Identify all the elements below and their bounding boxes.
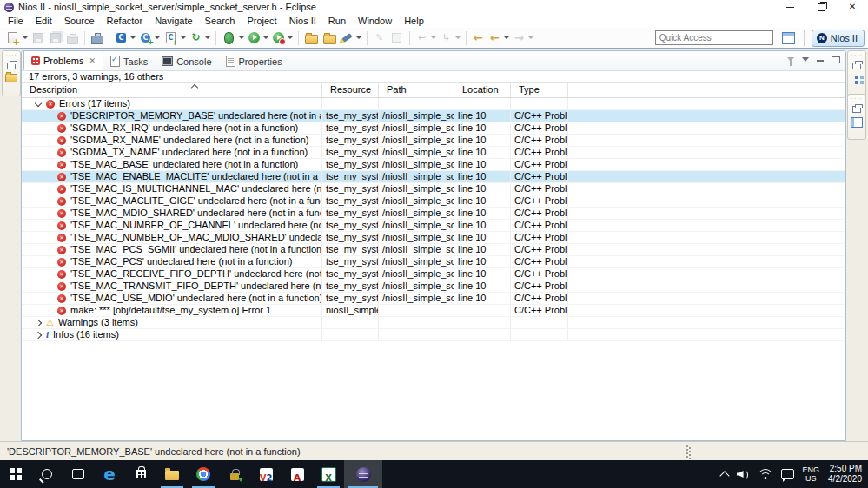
restore-view-icon[interactable] [852,63,861,69]
eclipse-taskbar-button[interactable] [344,460,382,488]
problem-row[interactable]: 'TSE_MAC_BASE' undeclared here (not in a… [22,159,845,171]
lock-app-taskbar-button[interactable] [219,460,250,488]
menu-item-project[interactable]: Project [242,16,283,26]
expand-arrow-icon[interactable] [35,319,42,326]
problem-row[interactable]: 'TSE_MAC_NUMBER_OF_CHANNEL' undeclared h… [22,220,845,232]
store-taskbar-button[interactable] [125,460,156,488]
restore-view-icon[interactable] [852,106,861,113]
debug-button[interactable] [220,30,246,46]
vnc-viewer-taskbar-button[interactable] [250,460,282,488]
restore-view-icon[interactable] [7,63,16,69]
collapse-arrow-icon[interactable] [35,99,42,106]
mark-occurrences-button[interactable] [388,30,406,46]
view-menu-icon[interactable] [802,57,809,62]
menu-item-nios-ii[interactable]: Nios II [284,16,323,26]
problem-row[interactable]: 'SGDMA_RX_IRQ' undeclared here (not in a… [22,122,845,135]
problem-row[interactable]: make: *** [obj/default/tse_my_system.o] … [22,305,845,317]
problem-row[interactable]: 'TSE_MAC_ENABLE_MACLITE' undeclared here… [22,171,845,183]
problem-group-row[interactable]: Errors (17 items) [22,98,845,110]
tab-console[interactable]: Console [155,52,218,70]
problem-row[interactable]: 'TSE_MAC_RECEIVE_FIFO_DEPTH' undeclared … [22,268,845,280]
open-perspective-icon[interactable] [782,32,795,44]
column-header-type[interactable]: Type [511,83,568,97]
search-taskbar-button[interactable] [31,460,63,488]
editor-area-icon[interactable] [851,117,863,128]
save-button[interactable] [30,30,47,46]
problem-group-row[interactable]: ⚠Warnings (3 items) [22,317,845,329]
tab-properties[interactable]: Properties [219,52,289,70]
menu-item-help[interactable]: Help [399,16,431,26]
pin-editor-button[interactable] [438,30,462,46]
menu-item-navigate[interactable]: Navigate [149,16,199,26]
print-button[interactable] [64,30,81,46]
edge-taskbar-button[interactable]: e [94,460,125,488]
clock[interactable]: 2:50 PM 4/2/2020 [828,464,862,485]
filter-icon[interactable] [787,57,794,62]
minimize-button[interactable] [774,0,805,14]
language-indicator[interactable]: ENG US [803,465,820,483]
nios-perspective-button[interactable]: Nios II [812,30,865,47]
speaker-icon[interactable] [737,469,750,479]
new-cpp-class-button[interactable] [137,30,162,46]
column-header-path[interactable]: Path [379,83,454,97]
close-button[interactable]: ✕ [837,0,868,14]
touch-keyboard-icon[interactable] [781,469,794,479]
expand-arrow-icon[interactable] [35,331,42,338]
pencil-button[interactable] [371,30,388,46]
close-tab-icon[interactable]: ✕ [89,56,96,65]
open-folder-button[interactable] [321,30,339,46]
minimize-view-icon[interactable] [817,60,824,62]
new-wizard-button[interactable] [3,30,30,46]
menu-item-run[interactable]: Run [323,16,353,26]
chrome-taskbar-button[interactable] [188,460,219,488]
new-c-project-button[interactable] [113,30,137,46]
status-drag-handle[interactable] [686,445,688,458]
problem-row[interactable]: 'TSE_MAC_TRANSMIT_FIFO_DEPTH' undeclared… [22,280,845,293]
problem-row[interactable]: 'TSE_MAC_PCS_SGMII' undeclared here (not… [22,244,845,256]
menu-item-file[interactable]: File [3,16,30,26]
problem-row[interactable]: 'TSE_MAC_USE_MDIO' undeclared here (not … [22,293,845,305]
task-view-taskbar-button[interactable] [63,460,94,488]
menu-item-edit[interactable]: Edit [30,16,59,26]
build-archive-button[interactable] [89,30,105,46]
problem-row[interactable]: 'TSE_MAC_MACLITE_GIGE' undeclared here (… [22,195,845,208]
problem-group-row[interactable]: iInfos (16 items) [22,329,845,341]
wifi-icon[interactable] [759,469,772,479]
tab-tasks[interactable]: Tasks [103,52,155,70]
menu-item-search[interactable]: Search [200,16,242,26]
problem-row[interactable]: 'TSE_MAC_PCS' undeclared here (not in a … [22,256,845,268]
file-explorer-taskbar-button[interactable] [156,460,188,488]
back-button[interactable] [470,30,487,46]
menu-item-refactor[interactable]: Refactor [102,16,150,26]
tab-problems[interactable]: Problems✕ [23,50,103,70]
run-button[interactable] [246,30,270,46]
excel-taskbar-button[interactable] [313,460,344,488]
column-header-description[interactable]: Description [22,83,322,97]
maximize-view-icon[interactable] [832,56,840,63]
menu-item-source[interactable]: Source [59,16,102,26]
outline-view-icon[interactable] [855,76,858,79]
restore-button[interactable] [805,0,837,14]
quick-access-input[interactable] [655,30,773,45]
start-taskbar-button[interactable] [0,460,31,488]
problem-row[interactable]: 'TSE_MAC_NUMBER_OF_MAC_MDIO_SHARED' unde… [22,232,845,244]
search-flashlight-button[interactable] [339,30,363,46]
last-edit-button[interactable] [414,30,438,46]
forward-button[interactable] [511,30,535,46]
back-history-button[interactable] [487,30,511,46]
problem-row[interactable]: 'SGDMA_TX_NAME' undeclared here (not in … [22,147,845,159]
refresh-build-button[interactable] [188,30,212,46]
new-c-file-button[interactable] [162,30,188,46]
hidden-icons-chevron-icon[interactable] [719,471,729,480]
profile-button[interactable] [270,30,295,46]
save-all-button[interactable] [47,30,64,46]
problem-row[interactable]: 'DESCRIPTOR_MEMORY_BASE' undeclared here… [22,110,845,122]
project-explorer-icon[interactable] [5,74,17,82]
problem-row[interactable]: 'TSE_MAC_MDIO_SHARED' undeclared here (n… [22,208,845,220]
menu-item-window[interactable]: Window [353,16,399,26]
column-header-resource[interactable]: Resource [322,83,379,97]
problem-row[interactable]: 'SGDMA_RX_NAME' undeclared here (not in … [22,135,845,147]
acrobat-taskbar-button[interactable] [282,460,313,488]
column-header-location[interactable]: Location [454,83,511,97]
problem-row[interactable]: 'TSE_MAC_IS_MULTICHANNEL_MAC' undeclared… [22,183,845,195]
